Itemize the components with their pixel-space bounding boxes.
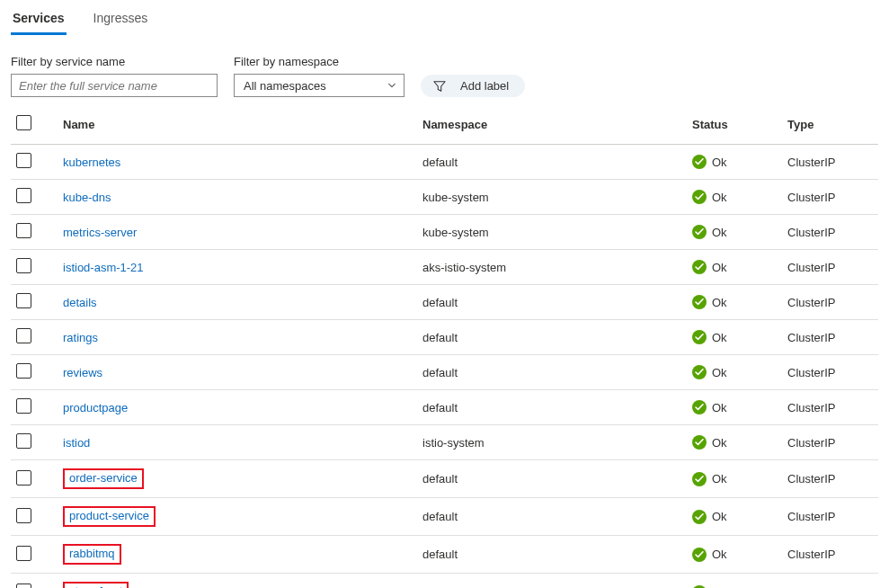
type-cell: ClusterIP (782, 425, 878, 460)
status-ok-icon (692, 510, 707, 524)
table-row: metrics-serverkube-systemOkClusterIP (11, 215, 878, 250)
service-name-link[interactable]: reviews (63, 366, 102, 379)
type-cell: ClusterIP (782, 460, 878, 498)
row-checkbox[interactable] (16, 433, 31, 449)
status-cell: Ok (692, 585, 727, 589)
tab-bar: Services Ingresses (11, 7, 878, 35)
service-name-link[interactable]: kubernetes (63, 156, 120, 169)
table-row: order-servicedefaultOkClusterIP (11, 460, 878, 498)
row-checkbox[interactable] (16, 223, 31, 238)
filter-by-name-group: Filter by service name (11, 55, 218, 97)
row-checkbox[interactable] (16, 188, 31, 203)
table-row: reviewsdefaultOkClusterIP (11, 355, 878, 390)
status-ok-icon (692, 295, 707, 309)
select-all-checkbox[interactable] (16, 115, 31, 130)
filter-by-namespace-label: Filter by namespace (234, 55, 404, 68)
row-checkbox[interactable] (16, 363, 31, 379)
namespace-cell: default (417, 574, 687, 589)
status-cell: Ok (692, 330, 727, 344)
namespace-select-value: All namespaces (244, 79, 326, 93)
status-text: Ok (712, 331, 727, 344)
row-checkbox[interactable] (16, 584, 31, 589)
status-cell: Ok (692, 295, 727, 309)
services-table: Name Namespace Status Type kubernetesdef… (11, 110, 878, 588)
namespace-cell: default (417, 498, 687, 536)
type-cell: ClusterIP (782, 498, 878, 536)
table-row: ratingsdefaultOkClusterIP (11, 320, 878, 355)
service-name-link[interactable]: details (63, 296, 97, 309)
status-cell: Ok (692, 510, 727, 524)
status-text: Ok (712, 366, 727, 379)
type-cell: ClusterIP (782, 355, 878, 390)
add-label-button[interactable]: Add label (421, 75, 525, 97)
status-cell: Ok (692, 365, 727, 379)
table-row: kubernetesdefaultOkClusterIP (11, 145, 878, 180)
namespace-cell: default (417, 536, 687, 574)
table-header-row: Name Namespace Status Type (11, 110, 878, 145)
status-ok-icon (692, 330, 707, 344)
status-text: Ok (712, 472, 727, 486)
table-row: kube-dnskube-systemOkClusterIP (11, 180, 878, 215)
type-cell: ClusterIP (782, 320, 878, 355)
status-text: Ok (712, 191, 727, 204)
status-ok-icon (692, 400, 707, 414)
service-name-link[interactable]: order-service (63, 468, 144, 489)
service-name-link[interactable]: ratings (63, 331, 98, 344)
type-cell: ClusterIP (782, 536, 878, 574)
status-text: Ok (712, 510, 727, 523)
table-row: store-frontdefaultOkLoadBalancer (11, 574, 878, 589)
service-name-input[interactable] (11, 74, 218, 97)
status-ok-icon (692, 365, 707, 379)
type-cell: ClusterIP (782, 145, 878, 180)
col-header-namespace[interactable]: Namespace (417, 110, 687, 145)
service-name-link[interactable]: kube-dns (63, 191, 111, 204)
filter-by-name-label: Filter by service name (11, 55, 218, 68)
service-name-link[interactable]: istiod (63, 436, 90, 450)
status-ok-icon (692, 190, 707, 204)
service-name-link[interactable]: productpage (63, 401, 128, 414)
namespace-cell: default (417, 320, 687, 355)
row-checkbox[interactable] (16, 398, 31, 414)
status-cell: Ok (692, 155, 727, 169)
status-cell: Ok (692, 472, 727, 486)
row-checkbox[interactable] (16, 508, 31, 523)
type-cell: ClusterIP (782, 180, 878, 215)
row-checkbox[interactable] (16, 293, 31, 308)
type-cell: ClusterIP (782, 250, 878, 285)
col-header-status[interactable]: Status (687, 110, 782, 145)
type-cell: LoadBalancer (782, 574, 878, 589)
status-cell: Ok (692, 400, 727, 414)
namespace-cell: default (417, 285, 687, 320)
tab-ingresses[interactable]: Ingresses (92, 7, 150, 35)
table-row: detailsdefaultOkClusterIP (11, 285, 878, 320)
service-name-link[interactable]: rabbitmq (63, 544, 121, 565)
service-name-link[interactable]: store-front (63, 582, 129, 588)
namespace-cell: default (417, 460, 687, 498)
namespace-cell: kube-system (417, 180, 687, 215)
status-ok-icon (692, 155, 707, 169)
status-ok-icon (692, 585, 707, 589)
table-row: rabbitmqdefaultOkClusterIP (11, 536, 878, 574)
tab-services[interactable]: Services (11, 7, 67, 35)
row-checkbox[interactable] (16, 328, 31, 343)
row-checkbox[interactable] (16, 153, 31, 168)
chevron-down-icon (387, 81, 396, 90)
filter-by-namespace-group: Filter by namespace All namespaces (234, 55, 404, 97)
row-checkbox[interactable] (16, 546, 31, 561)
row-checkbox[interactable] (16, 258, 31, 273)
col-header-type[interactable]: Type (782, 110, 878, 145)
filter-row: Filter by service name Filter by namespa… (11, 55, 878, 97)
status-cell: Ok (692, 435, 727, 450)
filter-icon (433, 80, 446, 93)
service-name-link[interactable]: product-service (63, 506, 156, 527)
status-ok-icon (692, 548, 707, 562)
service-name-link[interactable]: istiod-asm-1-21 (63, 261, 144, 274)
namespace-select[interactable]: All namespaces (234, 74, 404, 97)
status-cell: Ok (692, 260, 727, 274)
row-checkbox[interactable] (16, 470, 31, 486)
service-name-link[interactable]: metrics-server (63, 226, 137, 239)
status-cell: Ok (692, 548, 727, 562)
col-header-name[interactable]: Name (58, 110, 417, 145)
type-cell: ClusterIP (782, 215, 878, 250)
table-row: istiodistio-systemOkClusterIP (11, 425, 878, 460)
